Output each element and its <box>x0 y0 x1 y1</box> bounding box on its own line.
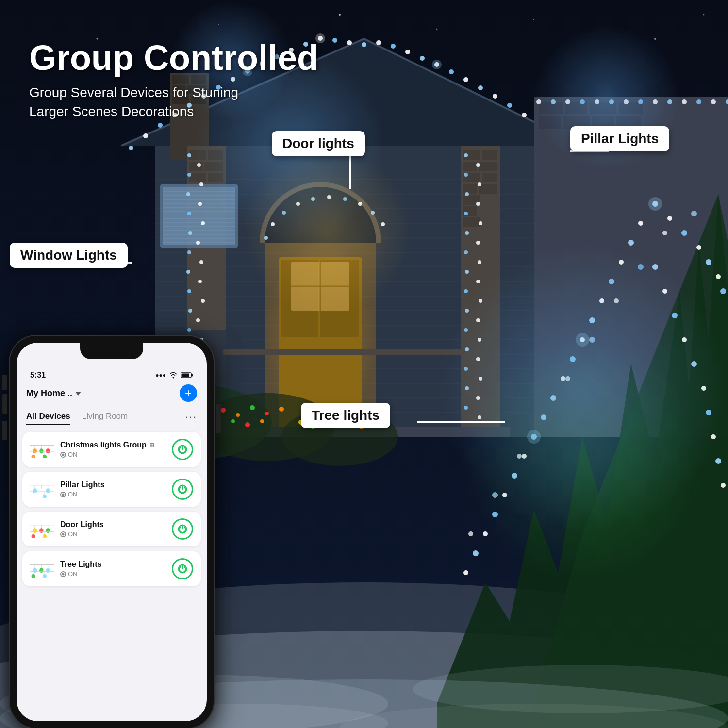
add-device-button[interactable]: + <box>180 384 197 402</box>
svg-rect-58 <box>463 184 477 194</box>
svg-point-281 <box>721 483 726 488</box>
device-card-door-lights[interactable]: Door Lights ON <box>22 512 201 546</box>
power-icon <box>177 484 188 495</box>
svg-point-142 <box>196 318 200 322</box>
svg-point-211 <box>696 99 701 104</box>
tab-all-devices[interactable]: All Devices <box>26 409 70 425</box>
svg-point-234 <box>245 422 250 427</box>
svg-point-155 <box>464 173 468 177</box>
svg-point-7 <box>703 14 705 16</box>
svg-point-157 <box>465 192 469 196</box>
svg-point-110 <box>405 50 410 54</box>
tab-living-room[interactable]: Living Room <box>82 409 128 425</box>
svg-point-93 <box>158 123 163 128</box>
svg-point-248 <box>681 230 687 236</box>
phone-notch <box>80 343 143 359</box>
svg-point-313 <box>32 455 35 458</box>
power-toggle-christmas-group[interactable] <box>172 439 193 460</box>
svg-point-114 <box>463 77 468 82</box>
window-lights-label: Window Lights <box>10 243 128 268</box>
svg-point-158 <box>476 202 480 206</box>
tabs-bar: All Devices Living Room ··· <box>17 407 207 430</box>
chevron-down-icon <box>75 392 81 396</box>
svg-point-130 <box>198 202 202 206</box>
svg-rect-59 <box>479 184 497 194</box>
svg-point-270 <box>473 550 479 556</box>
volume-down-button[interactable] <box>2 421 7 440</box>
status-bar: 5:31 ●●● <box>17 367 207 381</box>
svg-point-350 <box>39 568 43 573</box>
svg-rect-54 <box>463 162 477 171</box>
silent-switch[interactable] <box>2 375 7 390</box>
svg-point-132 <box>201 221 205 225</box>
tree-lights-icon-wrap <box>30 560 54 578</box>
svg-point-254 <box>628 240 634 246</box>
svg-point-160 <box>479 221 482 225</box>
svg-point-355 <box>32 574 35 578</box>
hero-title: Group Controlled <box>29 39 318 77</box>
pillar-lights-string-icon <box>30 480 54 498</box>
more-tabs-button[interactable]: ··· <box>185 411 197 423</box>
svg-point-351 <box>46 568 50 573</box>
device-status-pillar-lights: ON <box>60 491 166 498</box>
svg-point-321 <box>33 488 37 493</box>
power-toggle-tree-lights[interactable] <box>172 558 193 579</box>
svg-rect-89 <box>223 349 466 355</box>
svg-point-251 <box>716 274 721 279</box>
svg-point-250 <box>706 259 711 265</box>
svg-point-280 <box>715 458 721 464</box>
door-connector <box>349 150 351 189</box>
svg-point-349 <box>33 568 37 573</box>
device-card-christmas-group[interactable]: Christmas lights Group ⊞ ON <box>22 432 201 467</box>
subtitle-line1: Group Several Devices for Stuning <box>29 85 238 100</box>
svg-point-328 <box>43 495 47 498</box>
device-card-pillar-lights[interactable]: Pillar Lights ON <box>22 472 201 507</box>
svg-point-292 <box>648 197 662 211</box>
svg-point-309 <box>46 448 50 453</box>
svg-point-127 <box>187 173 191 177</box>
svg-point-341 <box>32 534 35 538</box>
status-text: ON <box>68 491 78 498</box>
svg-point-291 <box>468 531 473 536</box>
svg-point-106 <box>347 40 352 45</box>
power-toggle-door-lights[interactable] <box>172 518 193 540</box>
svg-point-212 <box>711 99 716 104</box>
power-button[interactable] <box>216 404 221 433</box>
svg-point-247 <box>667 216 672 221</box>
power-toggle-pillar-lights[interactable] <box>172 479 193 500</box>
svg-point-111 <box>420 56 425 61</box>
status-dot <box>60 452 66 458</box>
svg-point-314 <box>43 455 47 458</box>
svg-point-224 <box>250 405 255 410</box>
svg-point-253 <box>638 221 643 226</box>
status-icons: ●●● <box>155 372 193 379</box>
status-text: ON <box>68 451 78 458</box>
svg-point-138 <box>198 280 202 283</box>
svg-point-125 <box>187 153 191 157</box>
svg-point-335 <box>33 528 37 533</box>
svg-point-154 <box>476 163 480 167</box>
svg-point-225 <box>265 412 269 415</box>
svg-point-282 <box>691 211 697 216</box>
device-info-tree-lights: Tree Lights ON <box>60 560 166 578</box>
device-name-christmas-group: Christmas lights Group ⊞ <box>60 441 166 449</box>
volume-up-button[interactable] <box>2 394 7 414</box>
door-lights-label: Door lights <box>272 131 365 156</box>
svg-point-116 <box>493 94 497 99</box>
device-name-tree-lights: Tree Lights <box>60 560 166 569</box>
svg-point-91 <box>129 146 133 150</box>
home-selector[interactable]: My Home .. <box>26 388 81 398</box>
glow-tree-blue <box>437 243 728 534</box>
power-icon <box>177 444 188 455</box>
svg-point-139 <box>187 289 191 293</box>
svg-point-337 <box>46 528 50 533</box>
svg-point-135 <box>187 250 191 254</box>
time-display: 5:31 <box>30 371 46 380</box>
lights-string-icon <box>30 441 54 458</box>
svg-point-166 <box>476 280 480 283</box>
svg-point-162 <box>476 241 480 245</box>
svg-point-136 <box>199 260 203 264</box>
svg-point-124 <box>432 60 442 69</box>
device-card-tree-lights[interactable]: Tree Lights ON <box>22 551 201 586</box>
svg-point-327 <box>32 495 35 498</box>
